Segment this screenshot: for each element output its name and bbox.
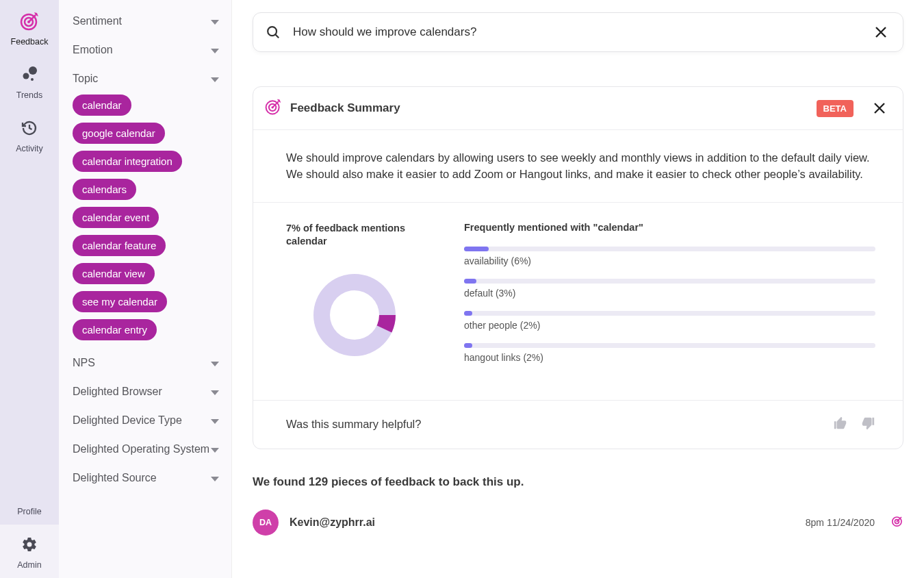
nav-profile[interactable]: Profile <box>0 499 59 525</box>
nav-trends[interactable]: Trends <box>0 53 59 107</box>
chevron-down-icon <box>211 386 219 398</box>
filter-header[interactable]: Delighted Operating System <box>73 443 219 455</box>
topic-pill[interactable]: calendar integration <box>73 151 182 172</box>
feedback-summary-card: Feedback Summary BETA We should improve … <box>253 86 903 449</box>
target-icon <box>891 515 903 530</box>
svg-point-4 <box>23 73 29 79</box>
donut-chart <box>300 261 409 369</box>
chevron-down-icon <box>211 73 219 85</box>
thumbs-down-icon[interactable] <box>860 416 875 434</box>
main-content: Feedback Summary BETA We should improve … <box>232 0 924 578</box>
target-icon <box>18 10 41 33</box>
bar-label: default (3%) <box>464 288 875 299</box>
chevron-down-icon <box>211 443 219 455</box>
filter-header[interactable]: NPS <box>73 357 219 369</box>
svg-point-5 <box>31 78 34 81</box>
summary-footer: Was this summary helpful? <box>253 401 903 449</box>
nav-profile-label: Profile <box>17 507 41 516</box>
donut-title: 7% of feedback mentions calendar <box>286 222 423 249</box>
chevron-down-icon <box>211 15 219 27</box>
filter-sidebar: SentimentEmotionTopiccalendargoogle cale… <box>59 0 232 578</box>
history-icon <box>18 116 41 140</box>
donut-block: 7% of feedback mentions calendar <box>286 222 423 375</box>
filter-label: Delighted Browser <box>73 386 162 398</box>
filter-label: NPS <box>73 357 95 369</box>
filter-label: Delighted Device Type <box>73 414 182 427</box>
filter-header[interactable]: Delighted Source <box>73 472 219 484</box>
bar-track <box>464 343 875 348</box>
nav-activity-label: Activity <box>16 144 43 153</box>
svg-point-11 <box>330 290 379 340</box>
bar-row: availability (6%) <box>464 247 875 266</box>
filter-header[interactable]: Emotion <box>73 44 219 56</box>
nav-trends-label: Trends <box>16 90 42 100</box>
bar-row: default (3%) <box>464 279 875 299</box>
feedback-item[interactable]: DA Kevin@zyphrr.ai 8pm 11/24/2020 <box>253 510 903 552</box>
bar-fill <box>464 247 489 251</box>
bar-track <box>464 279 875 284</box>
filter-group: Delighted Source <box>73 472 219 484</box>
bubbles-icon <box>18 63 41 86</box>
topic-pill[interactable]: calendar entry <box>73 319 157 340</box>
nav-feedback-label: Feedback <box>11 37 49 47</box>
chevron-down-icon <box>211 44 219 56</box>
bar-fill <box>464 343 472 348</box>
gear-icon <box>18 533 41 556</box>
topic-pill[interactable]: calendar feature <box>73 235 166 256</box>
nav-admin[interactable]: Admin <box>0 525 59 578</box>
backing-count-line: We found 129 pieces of feedback to back … <box>253 475 903 489</box>
thumbs-up-icon[interactable] <box>833 416 848 434</box>
filter-group: Sentiment <box>73 15 219 27</box>
summary-title: Feedback Summary <box>290 101 808 115</box>
filter-label: Emotion <box>73 44 113 56</box>
bar-row: hangout links (2%) <box>464 343 875 363</box>
bar-fill <box>464 311 472 316</box>
bars-title: Frequently mentioned with "calendar" <box>464 222 875 233</box>
filter-header[interactable]: Sentiment <box>73 15 219 27</box>
topic-pill[interactable]: calendar view <box>73 263 155 284</box>
nav-feedback[interactable]: Feedback <box>0 0 59 53</box>
search-input[interactable] <box>293 25 862 39</box>
footer-question: Was this summary helpful? <box>286 418 821 431</box>
nav-admin-label: Admin <box>17 560 41 570</box>
nav-activity[interactable]: Activity <box>0 107 59 160</box>
feedback-timestamp: 8pm 11/24/2020 <box>806 517 875 528</box>
filter-header[interactable]: Delighted Device Type <box>73 414 219 427</box>
filter-header[interactable]: Delighted Browser <box>73 386 219 398</box>
chevron-down-icon <box>211 357 219 369</box>
bars-block: Frequently mentioned with "calendar" ava… <box>464 222 875 375</box>
filter-group: Topiccalendargoogle calendarcalendar int… <box>73 73 219 340</box>
filter-group: Delighted Browser <box>73 386 219 398</box>
topic-pill[interactable]: google calendar <box>73 123 165 144</box>
bar-label: availability (6%) <box>464 255 875 266</box>
feedback-email: Kevin@zyphrr.ai <box>290 516 795 529</box>
bar-track <box>464 311 875 316</box>
close-icon[interactable] <box>874 25 888 39</box>
filter-header[interactable]: Topic <box>73 73 219 85</box>
filter-label: Sentiment <box>73 15 122 27</box>
bar-label: hangout links (2%) <box>464 352 875 363</box>
chevron-down-icon <box>211 414 219 427</box>
filter-group: Delighted Operating System <box>73 443 219 455</box>
filter-group: Emotion <box>73 44 219 56</box>
topic-pill[interactable]: calendar <box>73 95 131 116</box>
bar-label: other people (2%) <box>464 320 875 331</box>
target-icon <box>264 98 282 118</box>
topic-pill[interactable]: see my calendar <box>73 291 167 312</box>
nav-rail: Feedback Trends Activity Profile <box>0 0 59 578</box>
filter-label: Delighted Source <box>73 472 157 484</box>
svg-point-3 <box>29 66 37 75</box>
bar-row: other people (2%) <box>464 311 875 331</box>
filter-group: NPS <box>73 357 219 369</box>
chevron-down-icon <box>211 472 219 484</box>
search-icon <box>266 25 281 40</box>
bar-fill <box>464 279 476 284</box>
filter-label: Delighted Operating System <box>73 443 209 455</box>
beta-badge: BETA <box>817 100 854 117</box>
topic-pill[interactable]: calendars <box>73 179 136 200</box>
bar-track <box>464 247 875 251</box>
topic-pill[interactable]: calendar event <box>73 207 159 228</box>
filter-group: Delighted Device Type <box>73 414 219 427</box>
close-icon[interactable] <box>873 101 886 115</box>
svg-point-6 <box>268 27 277 36</box>
